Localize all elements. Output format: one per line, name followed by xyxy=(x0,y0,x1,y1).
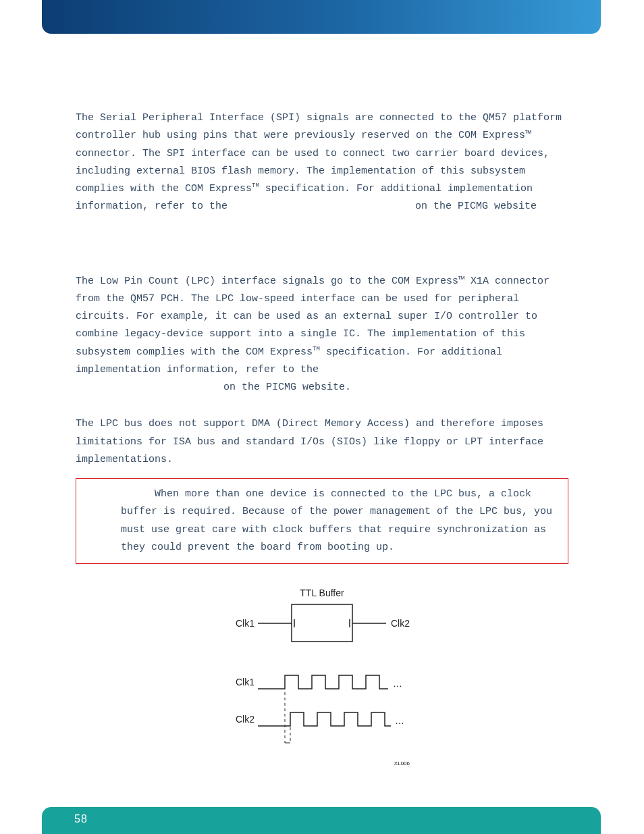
clk2-waveform xyxy=(258,712,391,726)
lpc-paragraph-2: The LPC bus does not support DMA (Direct… xyxy=(76,415,568,469)
buffer-rect xyxy=(292,604,352,642)
page-content: The Serial Peripheral Interface (SPI) si… xyxy=(76,109,568,780)
lpc-paragraph-1: The Low Pin Count (LPC) interface signal… xyxy=(76,273,568,397)
tm-superscript: TM xyxy=(252,182,259,189)
clk1-label-wave: Clk1 xyxy=(236,677,254,687)
clk2-label-top: Clk2 xyxy=(391,618,410,629)
note-box: When more than one device is connected t… xyxy=(76,478,568,564)
spi-text-a: The Serial Peripheral Interface (SPI) si… xyxy=(76,112,562,194)
spi-text-c: on the PICMG website xyxy=(409,201,537,212)
clk1-label-top: Clk1 xyxy=(236,618,254,629)
page-number: 58 xyxy=(74,810,88,829)
figure-code: XL006 xyxy=(394,760,410,766)
dots-1: … xyxy=(393,678,402,689)
note-text: When more than one device is connected t… xyxy=(121,488,552,553)
clock-diagram-svg: TTL Buffer Clk1 Clk2 Clk1 … Clk2 … xyxy=(221,584,423,780)
figure-clock-buffer: TTL Buffer Clk1 Clk2 Clk1 … Clk2 … xyxy=(76,584,568,780)
bottom-banner: 58 xyxy=(42,807,601,834)
clk1-waveform xyxy=(258,675,388,689)
spi-paragraph: The Serial Peripheral Interface (SPI) si… xyxy=(76,109,568,216)
clk2-label-wave: Clk2 xyxy=(236,714,254,725)
dots-2: … xyxy=(395,715,404,726)
top-banner xyxy=(42,0,601,34)
ttl-buffer-label: TTL Buffer xyxy=(300,588,344,598)
tm-superscript: TM xyxy=(313,346,320,353)
lpc-text-c: on the PICMG website. xyxy=(217,382,351,393)
